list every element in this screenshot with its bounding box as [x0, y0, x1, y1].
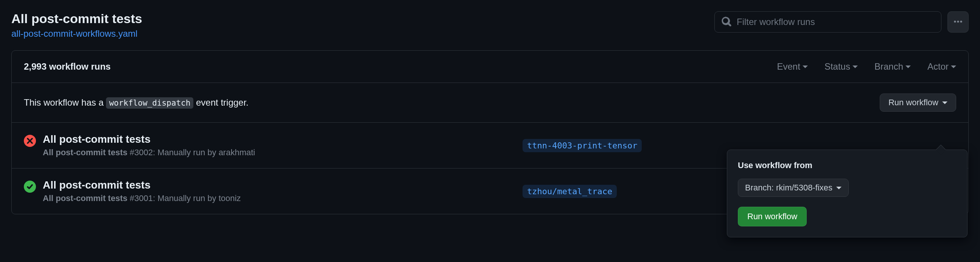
dispatch-trigger-text: This workflow has a workflow_dispatch ev…: [24, 97, 248, 108]
run-subtitle: All post-commit tests #3002: Manually ru…: [43, 148, 255, 158]
more-menu-button[interactable]: [947, 11, 969, 33]
svg-point-2: [954, 21, 956, 22]
filter-actor[interactable]: Actor: [928, 61, 956, 72]
workflow-file-link[interactable]: all-post-commit-workflows.yaml: [11, 29, 137, 38]
popover-title: Use workflow from: [738, 161, 956, 170]
run-workflow-submit[interactable]: Run workflow: [738, 207, 807, 227]
svg-point-4: [960, 21, 962, 22]
search-input[interactable]: [737, 17, 934, 27]
caret-down-icon: [905, 66, 911, 68]
caret-down-icon: [942, 101, 947, 104]
status-fail-icon: [24, 135, 36, 147]
caret-down-icon: [853, 66, 858, 68]
run-title[interactable]: All post-commit tests: [43, 179, 241, 191]
run-subtitle: All post-commit tests #3001: Manually ru…: [43, 193, 241, 203]
branch-badge[interactable]: ttnn-4003-print-tensor: [523, 139, 642, 152]
caret-down-icon: [803, 66, 808, 68]
svg-point-3: [957, 21, 959, 22]
search-box[interactable]: [714, 11, 942, 33]
caret-down-icon: [951, 66, 956, 68]
filter-branch[interactable]: Branch: [875, 61, 911, 72]
run-title[interactable]: All post-commit tests: [43, 133, 255, 145]
kebab-icon: [953, 17, 963, 28]
run-workflow-button[interactable]: Run workflow: [880, 94, 956, 112]
caret-down-icon: [836, 187, 842, 189]
branch-select[interactable]: Branch: rkim/5308-fixes: [738, 179, 849, 197]
search-icon: [722, 17, 732, 28]
branch-badge[interactable]: tzhou/metal_trace: [523, 185, 617, 198]
page-title: All post-commit tests: [11, 11, 142, 26]
filter-status[interactable]: Status: [824, 61, 858, 72]
status-success-icon: [24, 181, 36, 193]
run-count: 2,993 workflow runs: [24, 61, 110, 72]
filter-event[interactable]: Event: [777, 61, 808, 72]
run-workflow-popover: Use workflow from Branch: rkim/5308-fixe…: [727, 150, 967, 237]
